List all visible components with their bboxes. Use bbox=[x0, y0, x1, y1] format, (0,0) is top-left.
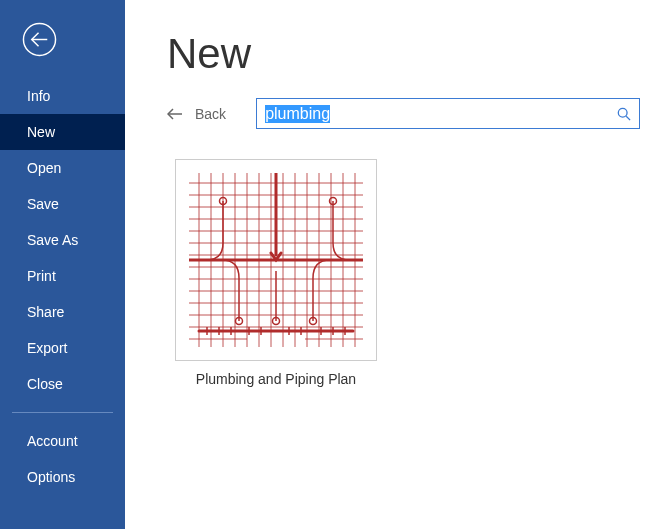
template-label: Plumbing and Piping Plan bbox=[175, 371, 377, 387]
sidebar-item-export[interactable]: Export bbox=[0, 330, 125, 366]
search-box[interactable] bbox=[256, 98, 640, 129]
back-button[interactable] bbox=[0, 0, 125, 78]
page-title: New bbox=[167, 30, 640, 78]
sidebar-item-share[interactable]: Share bbox=[0, 294, 125, 330]
results-area: Plumbing and Piping Plan bbox=[175, 159, 640, 387]
sidebar-item-open[interactable]: Open bbox=[0, 150, 125, 186]
sidebar-item-info[interactable]: Info bbox=[0, 78, 125, 114]
back-link[interactable]: Back bbox=[167, 106, 226, 122]
back-arrow-icon bbox=[167, 108, 183, 120]
search-input[interactable] bbox=[265, 105, 617, 123]
sidebar-item-save[interactable]: Save bbox=[0, 186, 125, 222]
svg-point-3 bbox=[618, 108, 627, 117]
plumbing-diagram-icon bbox=[189, 173, 363, 347]
search-row: Back bbox=[167, 98, 640, 129]
sidebar-item-print[interactable]: Print bbox=[0, 258, 125, 294]
template-thumbnail bbox=[175, 159, 377, 361]
back-circle-icon bbox=[22, 22, 57, 57]
search-icon[interactable] bbox=[617, 107, 631, 121]
sidebar: Info New Open Save Save As Print Share E… bbox=[0, 0, 125, 529]
sidebar-item-account[interactable]: Account bbox=[0, 423, 125, 459]
sidebar-item-close[interactable]: Close bbox=[0, 366, 125, 402]
sidebar-divider bbox=[12, 412, 113, 413]
main-pane: New Back bbox=[125, 0, 660, 529]
svg-line-4 bbox=[626, 116, 630, 120]
back-link-label: Back bbox=[195, 106, 226, 122]
sidebar-item-save-as[interactable]: Save As bbox=[0, 222, 125, 258]
sidebar-item-new[interactable]: New bbox=[0, 114, 125, 150]
sidebar-item-options[interactable]: Options bbox=[0, 459, 125, 495]
template-plumbing-piping[interactable]: Plumbing and Piping Plan bbox=[175, 159, 377, 387]
